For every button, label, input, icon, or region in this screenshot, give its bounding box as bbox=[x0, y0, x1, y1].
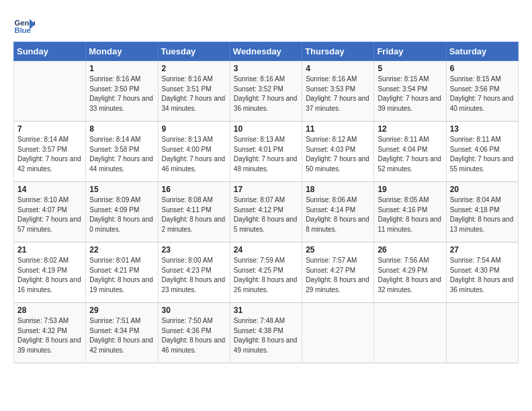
calendar-cell: 14 Sunrise: 8:10 AMSunset: 4:07 PMDaylig… bbox=[14, 182, 86, 242]
calendar-cell: 7 Sunrise: 8:14 AMSunset: 3:57 PMDayligh… bbox=[14, 122, 86, 182]
calendar-week-2: 7 Sunrise: 8:14 AMSunset: 3:57 PMDayligh… bbox=[14, 122, 519, 182]
cell-info: Sunrise: 8:15 AMSunset: 3:54 PMDaylight:… bbox=[378, 75, 442, 113]
day-number: 9 bbox=[162, 124, 226, 134]
cell-info: Sunrise: 8:12 AMSunset: 4:03 PMDaylight:… bbox=[306, 135, 370, 174]
day-number: 7 bbox=[17, 124, 82, 134]
cell-info: Sunrise: 8:11 AMSunset: 4:06 PMDaylight:… bbox=[450, 135, 515, 174]
calendar-header-saturday: Saturday bbox=[446, 42, 518, 61]
calendar-header-friday: Friday bbox=[374, 42, 446, 61]
cell-info: Sunrise: 8:14 AMSunset: 3:58 PMDaylight:… bbox=[89, 135, 154, 174]
day-number: 1 bbox=[89, 64, 154, 73]
calendar-cell bbox=[446, 303, 518, 363]
cell-info: Sunrise: 7:59 AMSunset: 4:25 PMDaylight:… bbox=[234, 256, 298, 295]
calendar-cell: 29 Sunrise: 7:51 AMSunset: 4:34 PMDaylig… bbox=[86, 303, 158, 363]
calendar-header-wednesday: Wednesday bbox=[230, 42, 302, 61]
calendar-header-row: SundayMondayTuesdayWednesdayThursdayFrid… bbox=[14, 42, 519, 61]
cell-info: Sunrise: 8:11 AMSunset: 4:04 PMDaylight:… bbox=[378, 135, 442, 174]
calendar-cell: 26 Sunrise: 7:56 AMSunset: 4:29 PMDaylig… bbox=[374, 242, 446, 303]
day-number: 12 bbox=[378, 124, 442, 134]
day-number: 17 bbox=[234, 185, 298, 194]
cell-info: Sunrise: 8:07 AMSunset: 4:12 PMDaylight:… bbox=[234, 195, 298, 234]
day-number: 13 bbox=[450, 124, 515, 134]
day-number: 3 bbox=[234, 64, 298, 73]
calendar-cell: 31 Sunrise: 7:48 AMSunset: 4:38 PMDaylig… bbox=[230, 303, 302, 363]
cell-info: Sunrise: 8:16 AMSunset: 3:52 PMDaylight:… bbox=[234, 75, 298, 113]
day-number: 16 bbox=[162, 185, 226, 194]
calendar-cell: 16 Sunrise: 8:08 AMSunset: 4:11 PMDaylig… bbox=[158, 182, 230, 242]
calendar-week-1: 1 Sunrise: 8:16 AMSunset: 3:50 PMDayligh… bbox=[14, 61, 519, 122]
day-number: 2 bbox=[162, 64, 226, 73]
svg-text:Blue: Blue bbox=[15, 26, 31, 34]
calendar-header-sunday: Sunday bbox=[14, 42, 86, 61]
calendar-cell: 21 Sunrise: 8:02 AMSunset: 4:19 PMDaylig… bbox=[14, 242, 86, 303]
calendar-cell: 8 Sunrise: 8:14 AMSunset: 3:58 PMDayligh… bbox=[86, 122, 158, 182]
day-number: 8 bbox=[89, 124, 154, 134]
calendar-cell: 2 Sunrise: 8:16 AMSunset: 3:51 PMDayligh… bbox=[158, 61, 230, 122]
calendar-week-4: 21 Sunrise: 8:02 AMSunset: 4:19 PMDaylig… bbox=[14, 242, 519, 303]
day-number: 15 bbox=[89, 185, 154, 194]
cell-info: Sunrise: 7:51 AMSunset: 4:34 PMDaylight:… bbox=[89, 316, 154, 355]
calendar-cell: 23 Sunrise: 8:00 AMSunset: 4:23 PMDaylig… bbox=[158, 242, 230, 303]
day-number: 4 bbox=[306, 64, 370, 73]
calendar-cell bbox=[374, 303, 446, 363]
calendar-cell: 12 Sunrise: 8:11 AMSunset: 4:04 PMDaylig… bbox=[374, 122, 446, 182]
calendar-cell: 3 Sunrise: 8:16 AMSunset: 3:52 PMDayligh… bbox=[230, 61, 302, 122]
day-number: 21 bbox=[17, 245, 82, 255]
calendar-header-monday: Monday bbox=[86, 42, 158, 61]
cell-info: Sunrise: 8:08 AMSunset: 4:11 PMDaylight:… bbox=[162, 195, 226, 234]
day-number: 5 bbox=[378, 64, 442, 73]
cell-info: Sunrise: 7:53 AMSunset: 4:32 PMDaylight:… bbox=[17, 316, 82, 355]
day-number: 24 bbox=[234, 245, 298, 255]
calendar-week-5: 28 Sunrise: 7:53 AMSunset: 4:32 PMDaylig… bbox=[14, 303, 519, 363]
cell-info: Sunrise: 8:05 AMSunset: 4:16 PMDaylight:… bbox=[378, 195, 442, 234]
logo: General Blue bbox=[13, 13, 36, 35]
cell-info: Sunrise: 8:14 AMSunset: 3:57 PMDaylight:… bbox=[17, 135, 82, 174]
day-number: 27 bbox=[450, 245, 515, 255]
calendar-cell: 19 Sunrise: 8:05 AMSunset: 4:16 PMDaylig… bbox=[374, 182, 446, 242]
cell-info: Sunrise: 8:16 AMSunset: 3:53 PMDaylight:… bbox=[306, 75, 370, 113]
day-number: 31 bbox=[234, 306, 298, 315]
day-number: 22 bbox=[89, 245, 154, 255]
calendar-cell: 25 Sunrise: 7:57 AMSunset: 4:27 PMDaylig… bbox=[302, 242, 374, 303]
calendar-cell: 1 Sunrise: 8:16 AMSunset: 3:50 PMDayligh… bbox=[86, 61, 158, 122]
calendar-cell: 9 Sunrise: 8:13 AMSunset: 4:00 PMDayligh… bbox=[158, 122, 230, 182]
calendar-cell: 13 Sunrise: 8:11 AMSunset: 4:06 PMDaylig… bbox=[446, 122, 518, 182]
cell-info: Sunrise: 7:48 AMSunset: 4:38 PMDaylight:… bbox=[234, 316, 298, 355]
cell-info: Sunrise: 7:57 AMSunset: 4:27 PMDaylight:… bbox=[306, 256, 370, 295]
day-number: 25 bbox=[306, 245, 370, 255]
page-header: General Blue bbox=[13, 13, 519, 35]
cell-info: Sunrise: 8:16 AMSunset: 3:50 PMDaylight:… bbox=[89, 75, 154, 113]
calendar-cell: 28 Sunrise: 7:53 AMSunset: 4:32 PMDaylig… bbox=[14, 303, 86, 363]
day-number: 10 bbox=[234, 124, 298, 134]
calendar-cell: 30 Sunrise: 7:50 AMSunset: 4:36 PMDaylig… bbox=[158, 303, 230, 363]
calendar-cell: 17 Sunrise: 8:07 AMSunset: 4:12 PMDaylig… bbox=[230, 182, 302, 242]
day-number: 28 bbox=[17, 306, 82, 315]
calendar-week-3: 14 Sunrise: 8:10 AMSunset: 4:07 PMDaylig… bbox=[14, 182, 519, 242]
calendar-header-thursday: Thursday bbox=[302, 42, 374, 61]
calendar-cell: 10 Sunrise: 8:13 AMSunset: 4:01 PMDaylig… bbox=[230, 122, 302, 182]
logo-icon: General Blue bbox=[13, 13, 35, 35]
calendar-header-tuesday: Tuesday bbox=[158, 42, 230, 61]
calendar-cell: 24 Sunrise: 7:59 AMSunset: 4:25 PMDaylig… bbox=[230, 242, 302, 303]
calendar-cell: 5 Sunrise: 8:15 AMSunset: 3:54 PMDayligh… bbox=[374, 61, 446, 122]
calendar-cell: 27 Sunrise: 7:54 AMSunset: 4:30 PMDaylig… bbox=[446, 242, 518, 303]
cell-info: Sunrise: 8:13 AMSunset: 4:01 PMDaylight:… bbox=[234, 135, 298, 174]
calendar-cell: 20 Sunrise: 8:04 AMSunset: 4:18 PMDaylig… bbox=[446, 182, 518, 242]
calendar-cell: 11 Sunrise: 8:12 AMSunset: 4:03 PMDaylig… bbox=[302, 122, 374, 182]
calendar-cell: 22 Sunrise: 8:01 AMSunset: 4:21 PMDaylig… bbox=[86, 242, 158, 303]
day-number: 30 bbox=[162, 306, 226, 315]
calendar-cell bbox=[302, 303, 374, 363]
day-number: 6 bbox=[450, 64, 515, 73]
day-number: 19 bbox=[378, 185, 442, 194]
day-number: 18 bbox=[306, 185, 370, 194]
day-number: 14 bbox=[17, 185, 82, 194]
day-number: 20 bbox=[450, 185, 515, 194]
calendar-table: SundayMondayTuesdayWednesdayThursdayFrid… bbox=[13, 42, 519, 363]
day-number: 26 bbox=[378, 245, 442, 255]
cell-info: Sunrise: 8:16 AMSunset: 3:51 PMDaylight:… bbox=[162, 75, 226, 113]
day-number: 23 bbox=[162, 245, 226, 255]
calendar-cell: 4 Sunrise: 8:16 AMSunset: 3:53 PMDayligh… bbox=[302, 61, 374, 122]
cell-info: Sunrise: 7:56 AMSunset: 4:29 PMDaylight:… bbox=[378, 256, 442, 295]
cell-info: Sunrise: 7:54 AMSunset: 4:30 PMDaylight:… bbox=[450, 256, 515, 295]
cell-info: Sunrise: 8:09 AMSunset: 4:09 PMDaylight:… bbox=[89, 195, 154, 234]
